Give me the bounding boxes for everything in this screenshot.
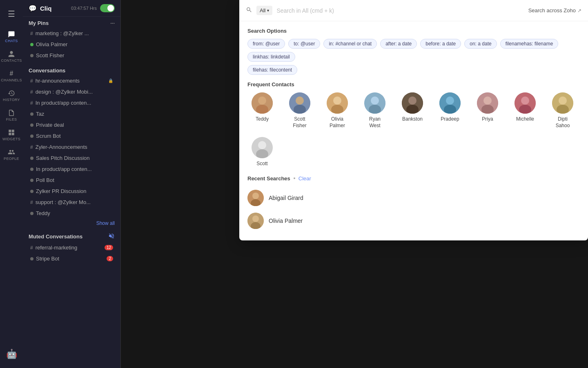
contact-avatar-priya xyxy=(477,92,498,114)
clear-recent-button[interactable]: Clear xyxy=(298,175,311,182)
rail-item-files[interactable]: FILES xyxy=(2,106,20,124)
muted-label: Muted Conversations xyxy=(29,233,82,240)
search-chips-row2: filehas: filecontent xyxy=(247,65,580,75)
contact-name-priya: Priya xyxy=(482,116,493,123)
rail-item-people[interactable]: PEOPLE xyxy=(2,146,20,164)
contact-bankston[interactable]: Bankston xyxy=(398,92,427,129)
sidebar-conv-sales[interactable]: Sales Pitch Discussion xyxy=(24,153,119,163)
chip-linkhas[interactable]: linkhas: linkdetail xyxy=(247,52,295,62)
contact-scott[interactable]: Scott xyxy=(247,137,277,167)
conv-sales-text: Sales Pitch Discussion xyxy=(36,155,113,161)
sidebar-conv-inprod2[interactable]: In product/app conten... xyxy=(24,164,119,174)
conv-poll-text: Poll Bot xyxy=(36,177,113,183)
rail-item-channels[interactable]: # CHANNELS xyxy=(2,67,20,85)
hash-icon: # xyxy=(30,78,33,84)
contact-avatar-scott-fisher xyxy=(289,92,310,114)
external-link-icon: ↗ xyxy=(577,8,581,13)
sidebar-conv-zylkerpr[interactable]: Zylker PR Discussion xyxy=(24,186,119,196)
show-all-link[interactable]: Show all xyxy=(23,219,120,229)
recent-item-olivia[interactable]: Olivia Palmer xyxy=(247,209,580,232)
status-dot xyxy=(30,190,33,193)
main-area: All ▾ Search across Zoho ↗ Search Option… xyxy=(121,0,588,368)
contact-avatar-bankston xyxy=(402,92,423,114)
rail-item-widgets[interactable]: WIDGETS xyxy=(2,126,20,144)
chip-filenamehas[interactable]: filenamehas: filename xyxy=(500,39,559,49)
contact-dipti-sahoo[interactable]: Dipti Sahoo xyxy=(548,92,577,129)
status-dot xyxy=(30,123,33,127)
status-dot xyxy=(30,112,33,116)
search-across-zoho-button[interactable]: Search across Zoho ↗ xyxy=(528,7,581,13)
sidebar-conv-private[interactable]: Private deal xyxy=(24,120,119,130)
contact-teddy[interactable]: Teddy xyxy=(247,92,277,129)
sidebar-conv-poll[interactable]: Poll Bot xyxy=(24,175,119,185)
frequent-contacts-title: Frequent Contacts xyxy=(247,81,580,88)
search-dropdown[interactable]: All ▾ xyxy=(256,6,272,15)
muted-stripe-badge: 2 xyxy=(107,256,113,261)
svg-point-10 xyxy=(371,96,379,105)
chip-on[interactable]: on: a date xyxy=(464,39,497,49)
contact-name-teddy: Teddy xyxy=(256,116,269,123)
chip-before[interactable]: before: a date xyxy=(420,39,461,49)
contact-name-bankston: Bankston xyxy=(402,116,423,123)
my-pins-label: My Pins xyxy=(29,20,49,26)
sidebar-conv-taz[interactable]: Taz xyxy=(24,109,119,119)
chip-in[interactable]: in: #channel or chat xyxy=(323,39,377,49)
svg-point-22 xyxy=(521,96,529,105)
conv-design-text: design : @Zylker Mobi... xyxy=(36,89,113,95)
chip-after[interactable]: after: a date xyxy=(380,39,417,49)
sidebar-pin-marketing[interactable]: # marketing : @Zylker ... xyxy=(24,28,119,38)
search-across-label: Search across Zoho xyxy=(528,7,576,13)
rail-item-chats[interactable]: CHATS xyxy=(2,28,20,46)
sidebar-pin-olivia[interactable]: Olivia Palmer xyxy=(24,39,119,49)
sidebar-conv-teddy[interactable]: Teddy xyxy=(24,208,119,218)
contact-olivia-palmer[interactable]: Olivia Palmer xyxy=(323,92,352,129)
chip-from[interactable]: from: @user xyxy=(247,39,285,49)
sidebar-conv-inprod1[interactable]: # In product/app conten... xyxy=(24,98,119,108)
sidebar-pin-scott[interactable]: Scott Fisher xyxy=(24,50,119,61)
contact-michelle[interactable]: Michelle xyxy=(510,92,540,129)
svg-point-7 xyxy=(333,96,341,105)
contact-avatar-dipti xyxy=(552,92,573,114)
recent-name-abigail: Abigail Girard xyxy=(269,195,303,201)
separator-dot xyxy=(294,177,295,179)
pin-olivia-text: Olivia Palmer xyxy=(36,41,113,47)
sidebar-conv-scrum[interactable]: Scrum Bot xyxy=(24,131,119,141)
contact-pradeep[interactable]: Pradeep xyxy=(435,92,465,129)
contact-ryan-west[interactable]: Ryan West xyxy=(360,92,390,129)
chip-filehas[interactable]: filehas: filecontent xyxy=(247,65,297,75)
hash-icon: # xyxy=(30,89,33,95)
rail-hamburger[interactable]: ☰ xyxy=(2,5,20,23)
sidebar-conv-design[interactable]: # design : @Zylker Mobi... xyxy=(24,87,119,97)
remote-work-toggle[interactable] xyxy=(100,4,115,12)
mute-icon xyxy=(108,233,115,240)
muted-section-header: Muted Conversations xyxy=(23,229,120,242)
sidebar-conv-hr[interactable]: # hr-announcements 🔒 xyxy=(24,76,119,86)
contact-priya[interactable]: Priya xyxy=(473,92,502,129)
rail-bottom-icon[interactable]: 🤖 xyxy=(2,345,20,363)
contact-name-scott-fisher: Scott Fisher xyxy=(293,116,306,129)
sidebar-muted-referral[interactable]: # referral-marketing 12 xyxy=(24,242,119,253)
rail-chats-label: CHATS xyxy=(5,39,18,43)
svg-point-4 xyxy=(296,96,304,105)
contact-name-ryan: Ryan West xyxy=(369,116,381,129)
contact-avatar-ryan xyxy=(364,92,385,114)
rail-item-contacts[interactable]: CONTACTS xyxy=(2,47,20,65)
rail-item-history[interactable]: HISTORY xyxy=(2,87,20,105)
contact-scott-fisher[interactable]: Scott Fisher xyxy=(285,92,314,129)
chevron-down-icon: ▾ xyxy=(267,8,269,13)
chip-to[interactable]: to: @user xyxy=(288,39,320,49)
recent-avatar-olivia2 xyxy=(247,213,264,229)
recent-item-abigail[interactable]: Abigail Girard xyxy=(247,186,580,209)
conv-inprod1-text: In product/app conten... xyxy=(36,100,113,106)
contact-avatar-teddy xyxy=(252,92,273,114)
conversations-header: Conversations xyxy=(23,64,120,75)
muted-referral-text: referral-marketing xyxy=(36,245,102,251)
conv-zyler-text: Zyler-Announcements xyxy=(36,144,113,150)
search-input[interactable] xyxy=(276,7,524,14)
sidebar-conv-zyler[interactable]: # Zyler-Announcements xyxy=(24,142,119,152)
sidebar-conv-support[interactable]: # support : @Zylker Mo... xyxy=(24,197,119,207)
my-pins-more-icon[interactable]: ··· xyxy=(110,20,115,26)
sidebar-muted-stripe[interactable]: Stripe Bot 2 xyxy=(24,254,119,264)
contact-name-scott: Scott xyxy=(256,161,267,167)
search-icon xyxy=(246,7,252,15)
